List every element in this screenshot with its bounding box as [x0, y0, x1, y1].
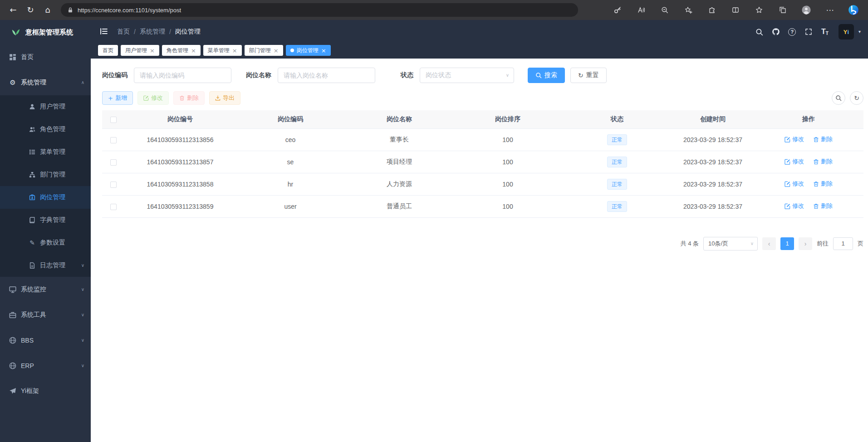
sidebar-item-post-mgmt[interactable]: 岗位管理 — [0, 186, 91, 209]
next-page-button[interactable]: › — [799, 237, 812, 250]
extensions-icon[interactable] — [702, 2, 722, 18]
delete-link[interactable]: 删除 — [813, 135, 833, 143]
sidebar-item-tools[interactable]: 系统工具 ∨ — [0, 302, 91, 328]
post-name-cell: 董事长 — [345, 128, 453, 151]
globe-icon — [9, 337, 16, 344]
password-key-icon[interactable] — [608, 2, 628, 18]
browser-more-icon[interactable]: ⋯ — [820, 2, 840, 18]
address-bar[interactable]: https://ccnetcore.com:1101/system/post — [61, 3, 578, 17]
tab-post-mgmt[interactable]: 岗位管理 × — [286, 45, 331, 56]
browser-reload-button[interactable]: ↻ — [22, 2, 39, 18]
add-button[interactable]: + 新增 — [102, 91, 133, 105]
favorites-icon[interactable] — [749, 2, 769, 18]
toolbox-icon — [9, 311, 16, 319]
collections-icon[interactable] — [773, 2, 793, 18]
toggle-search-button[interactable] — [832, 91, 845, 105]
post-code-input[interactable] — [134, 68, 231, 83]
tab-menu-mgmt[interactable]: 菜单管理 × — [203, 45, 242, 56]
font-size-icon[interactable] — [818, 25, 832, 39]
github-icon[interactable] — [769, 25, 783, 39]
sidebar-item-home[interactable]: 首页 — [0, 44, 91, 70]
sidebar-item-log-mgmt[interactable]: 日志管理 ∨ — [0, 254, 91, 277]
breadcrumb-home[interactable]: 首页 — [117, 28, 130, 36]
table-row: 1641030593112313858 hr 人力资源 100 正常 2023-… — [102, 173, 863, 195]
search-button[interactable]: 搜索 — [528, 68, 565, 83]
refresh-table-button[interactable]: ↻ — [850, 91, 863, 105]
post-name-input[interactable] — [278, 68, 375, 83]
tab-role-mgmt[interactable]: 角色管理 × — [162, 45, 201, 56]
app-logo[interactable]: 意框架管理系统 — [0, 20, 91, 44]
sidebar-item-dept-mgmt[interactable]: 部门管理 — [0, 163, 91, 186]
tab-dept-mgmt[interactable]: 部门管理 × — [245, 45, 283, 56]
sidebar-item-bbs[interactable]: BBS ∨ — [0, 328, 91, 353]
user-avatar[interactable] — [839, 24, 854, 39]
delete-link[interactable]: 删除 — [813, 202, 833, 210]
chevron-down-icon: ∨ — [81, 287, 84, 292]
avatar-caret-down-icon[interactable]: ▾ — [858, 29, 861, 34]
sidebar-item-menu-mgmt[interactable]: 菜单管理 — [0, 141, 91, 163]
table-toolbar: + 新增 修改 删除 导出 ↻ — [102, 91, 863, 105]
bing-icon[interactable] — [843, 2, 863, 18]
browser-home-button[interactable]: ⌂ — [39, 2, 56, 18]
post-id-cell: 1641030593112313857 — [125, 151, 235, 173]
prev-page-button[interactable]: ‹ — [762, 237, 776, 250]
edit-link[interactable]: 修改 — [785, 135, 804, 143]
delete-link[interactable]: 删除 — [813, 157, 833, 166]
row-checkbox[interactable] — [110, 159, 117, 166]
sidebar-item-role-mgmt[interactable]: 角色管理 — [0, 118, 91, 141]
select-all-checkbox[interactable] — [110, 117, 117, 123]
header-search-icon[interactable] — [752, 25, 767, 39]
sidebar-item-param-settings[interactable]: ✎ 参数设置 — [0, 231, 91, 254]
tab-user-mgmt[interactable]: 用户管理 × — [121, 45, 159, 56]
sidebar-item-system-mgmt[interactable]: ⚙ 系统管理 ∧ — [0, 70, 91, 95]
refresh-icon: ↻ — [578, 72, 584, 79]
row-checkbox[interactable] — [110, 182, 117, 188]
page-size-select[interactable]: 10条/页 ∨ — [703, 237, 758, 250]
col-header-status: 状态 — [562, 110, 672, 128]
close-icon[interactable]: × — [150, 48, 155, 54]
chevron-down-icon: ∨ — [81, 338, 84, 343]
plus-icon: + — [108, 95, 113, 101]
download-icon — [215, 95, 221, 101]
status-label: 状态 — [401, 71, 413, 79]
help-icon[interactable]: ? — [785, 25, 799, 39]
goto-label: 前往 — [817, 240, 829, 248]
split-screen-icon[interactable] — [726, 2, 745, 18]
edit-link[interactable]: 修改 — [785, 157, 804, 166]
close-icon[interactable]: × — [191, 48, 196, 54]
page-1-button[interactable]: 1 — [780, 237, 794, 250]
delete-button[interactable]: 删除 — [173, 91, 205, 105]
close-icon[interactable]: × — [232, 48, 237, 54]
status-select[interactable]: 岗位状态 ∨ — [420, 68, 514, 83]
post-badge-icon — [29, 194, 35, 201]
sidebar-item-monitor[interactable]: 系统监控 ∨ — [0, 277, 91, 302]
sidebar-collapse-button[interactable] — [98, 26, 110, 38]
edit-button[interactable]: 修改 — [137, 91, 169, 105]
zoom-icon[interactable] — [655, 2, 675, 18]
row-checkbox[interactable] — [110, 137, 117, 143]
goto-page-input[interactable] — [833, 237, 853, 250]
sidebar-item-erp[interactable]: ERP ∨ — [0, 353, 91, 378]
edit-icon — [785, 159, 790, 165]
browser-profile-avatar[interactable] — [796, 2, 816, 18]
read-aloud-icon[interactable] — [631, 2, 651, 18]
chevron-up-icon: ∧ — [81, 80, 84, 85]
edit-link[interactable]: 修改 — [785, 180, 804, 188]
browser-back-button[interactable]: ← — [5, 2, 22, 18]
breadcrumb-system[interactable]: 系统管理 — [140, 28, 165, 36]
sidebar-item-user-mgmt[interactable]: 用户管理 — [0, 95, 91, 118]
col-header-post-sort: 岗位排序 — [453, 110, 562, 128]
fullscreen-icon[interactable] — [801, 25, 816, 39]
tab-home[interactable]: 首页 — [98, 45, 118, 56]
reset-button[interactable]: ↻ 重置 — [570, 68, 607, 83]
edit-link[interactable]: 修改 — [785, 202, 804, 210]
post-id-cell: 1641030593112313856 — [125, 128, 235, 151]
add-favorite-icon[interactable] — [678, 2, 698, 18]
close-icon[interactable]: × — [274, 48, 279, 54]
sidebar-item-dict-mgmt[interactable]: 字典管理 — [0, 209, 91, 231]
export-button[interactable]: 导出 — [209, 91, 240, 105]
close-icon[interactable]: × — [321, 48, 326, 54]
sidebar-item-yi-framework[interactable]: Yi框架 — [0, 378, 91, 404]
row-checkbox[interactable] — [110, 204, 117, 210]
delete-link[interactable]: 删除 — [813, 180, 833, 188]
